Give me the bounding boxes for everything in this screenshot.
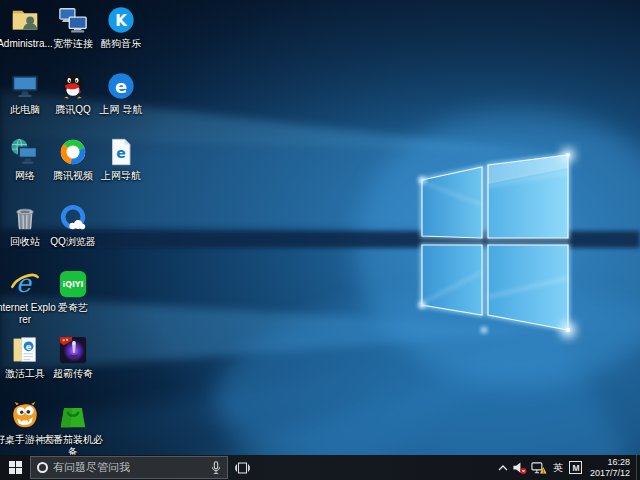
desktop-icon-label: QQ浏览器 bbox=[41, 236, 105, 248]
tomato-icon bbox=[58, 401, 88, 431]
task-view-button[interactable] bbox=[228, 455, 257, 480]
clock-time: 16:28 bbox=[607, 457, 630, 468]
taskbar: 有问题尽管问我 bbox=[0, 455, 640, 480]
desktop-icon-nav-circle[interactable]: e上网 导航 bbox=[97, 71, 145, 116]
nav-circle-icon: e bbox=[106, 71, 136, 101]
desktop-icon-grid: Administra...宽带连接K酷狗音乐此电脑腾讯QQe上网 导航网络腾讯视… bbox=[0, 0, 640, 455]
network-warning-icon bbox=[531, 461, 547, 475]
clock-date: 2017/7/12 bbox=[590, 468, 630, 479]
windows-logo-icon bbox=[9, 461, 22, 474]
taskbar-search-box[interactable]: 有问题尽管问我 bbox=[30, 456, 228, 479]
activation-tool-icon: e bbox=[10, 335, 40, 365]
desktop-icon-kugou[interactable]: K酷狗音乐 bbox=[97, 5, 145, 50]
show-desktop-button[interactable] bbox=[636, 455, 640, 480]
microphone-icon[interactable] bbox=[211, 460, 221, 476]
desktop-screen: Administra...宽带连接K酷狗音乐此电脑腾讯QQe上网 导航网络腾讯视… bbox=[0, 0, 640, 480]
svg-text:iQIYI: iQIYI bbox=[62, 280, 83, 289]
tray-overflow-button[interactable] bbox=[495, 455, 511, 480]
chaoba-legend-icon bbox=[58, 335, 88, 365]
this-pc-icon bbox=[10, 71, 40, 101]
volume-button[interactable] bbox=[511, 455, 529, 480]
speaker-muted-icon bbox=[512, 461, 527, 475]
internet-explorer-icon: e bbox=[10, 269, 40, 299]
taskbar-clock[interactable]: 16:28 2017/7/12 bbox=[585, 455, 636, 480]
network-button[interactable] bbox=[529, 455, 549, 480]
ime-mode-button[interactable]: M bbox=[567, 455, 585, 480]
svg-text:e: e bbox=[116, 145, 126, 161]
desktop-icon-label: 超霸传奇 bbox=[41, 368, 105, 380]
chevron-up-icon bbox=[498, 465, 508, 471]
qq-browser-icon bbox=[58, 203, 88, 233]
cortana-ring-icon bbox=[37, 462, 48, 473]
desktop-icon-tomato[interactable]: 大番茄装机必备 bbox=[49, 401, 97, 458]
kugou-icon: K bbox=[106, 5, 136, 35]
administrator-icon bbox=[10, 5, 40, 35]
broadband-icon bbox=[58, 5, 88, 35]
recycle-bin-icon bbox=[10, 203, 40, 233]
svg-text:e: e bbox=[26, 342, 32, 352]
tencent-qq-icon bbox=[58, 71, 88, 101]
search-placeholder-text: 有问题尽管问我 bbox=[53, 460, 206, 475]
ime-mode-icon: M bbox=[569, 461, 582, 474]
desktop-icon-nav-doc[interactable]: e上网导航 bbox=[97, 137, 145, 182]
desktop-icon-chaoba-legend[interactable]: 超霸传奇 bbox=[49, 335, 97, 380]
desktop-icon-iqiyi[interactable]: iQIYI爱奇艺 bbox=[49, 269, 97, 314]
desktop-icon-label: 上网导航 bbox=[89, 170, 153, 182]
start-button[interactable] bbox=[0, 455, 30, 480]
system-tray: 英 M 16:28 2017/7/12 bbox=[495, 455, 640, 480]
svg-text:e: e bbox=[115, 76, 127, 97]
ime-language-indicator[interactable]: 英 bbox=[549, 455, 567, 480]
desktop-icon-qq-browser[interactable]: QQ浏览器 bbox=[49, 203, 97, 248]
desktop-icon-label: 上网 导航 bbox=[89, 104, 153, 116]
nav-doc-icon: e bbox=[106, 137, 136, 167]
iqiyi-icon: iQIYI bbox=[58, 269, 88, 299]
network-icon bbox=[10, 137, 40, 167]
desktop-icon-label: 爱奇艺 bbox=[41, 302, 105, 314]
tencent-video-icon bbox=[58, 137, 88, 167]
desktop-icon-label: 酷狗音乐 bbox=[89, 38, 153, 50]
haozhuo-icon bbox=[10, 401, 40, 431]
desktop-icon-internet-explorer[interactable]: eInternet Explorer bbox=[1, 269, 49, 326]
svg-text:K: K bbox=[115, 12, 128, 30]
task-view-icon bbox=[235, 462, 250, 474]
